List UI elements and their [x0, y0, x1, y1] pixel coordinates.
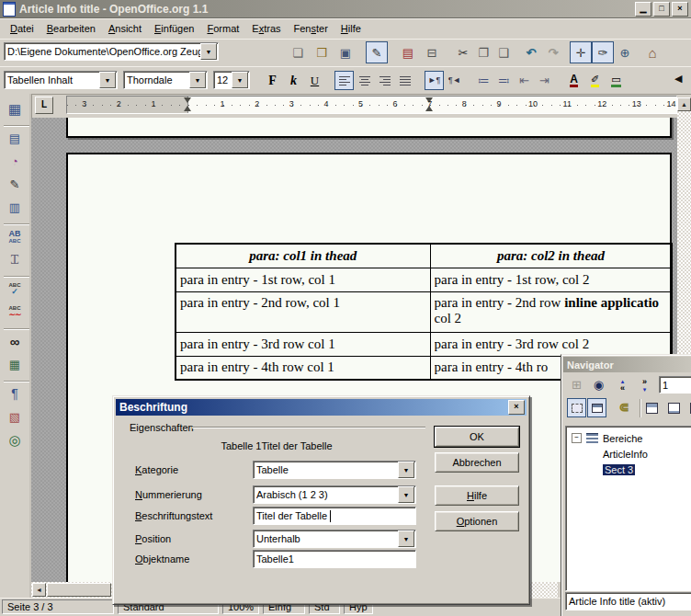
italic-button[interactable]: k [284, 71, 303, 90]
pdf-export-button[interactable]: ▤ [397, 41, 419, 63]
menu-datei[interactable]: Datei [4, 20, 40, 37]
table-cell[interactable]: para in entry - 2nd row inline applicati… [430, 291, 672, 332]
set-reminder-button[interactable]: ⋓ [615, 398, 634, 417]
font-name-combobox[interactable]: Thorndale ▼ [123, 71, 208, 89]
paragraph-style-combobox[interactable]: Tabellen Inhalt ▼ [4, 71, 118, 89]
dropdown-arrow-icon[interactable]: ▼ [398, 530, 414, 547]
navigator-title-bar[interactable]: Navigator [563, 357, 691, 372]
position-combobox[interactable]: Unterhalb ▼ [253, 530, 416, 548]
increase-indent-button[interactable]: ⇥ [535, 71, 554, 90]
close-button[interactable]: × [672, 2, 688, 17]
ruler[interactable]: 3211234567891011121314 [66, 96, 677, 114]
toolbar-collapse-button[interactable]: ◀ [674, 73, 682, 85]
nummerierung-combobox[interactable]: Arabisch (1 2 3) ▼ [253, 485, 416, 504]
document-selector[interactable]: Article Info title (aktiv) [565, 592, 691, 610]
previous-button[interactable]: ▴« [613, 375, 632, 394]
find-replace-button[interactable]: ∞ [4, 330, 26, 352]
dropdown-arrow-icon[interactable]: ▼ [398, 462, 414, 478]
align-justify-button[interactable] [395, 71, 414, 90]
collapse-icon[interactable]: − [572, 433, 582, 443]
table-cell[interactable]: para in entry - 3rd row col 2 [430, 332, 672, 356]
anchor-text-toggle-button[interactable] [686, 398, 691, 417]
background-color-button[interactable]: ▭ [606, 71, 626, 90]
redo-button[interactable]: ↷ [542, 41, 564, 63]
draw-functions-button[interactable]: ✎ [4, 173, 26, 195]
scroll-left-button[interactable]: ◄ [32, 583, 46, 597]
menu-hilfe[interactable]: Hilfe [334, 20, 368, 37]
decrease-indent-button[interactable]: ⇤ [515, 71, 534, 90]
table-header-cell[interactable]: para: col1 in thead [176, 244, 430, 268]
new-document-button[interactable]: ❏ [287, 41, 309, 63]
insert-form-button[interactable]: ▥ [4, 196, 26, 218]
align-left-button[interactable] [334, 71, 354, 90]
table-cell[interactable]: para in entry - 2nd row, col 1 [176, 291, 430, 332]
kategorie-combobox[interactable]: Tabelle ▼ [253, 461, 416, 479]
navigator-button[interactable]: ✛ [570, 41, 592, 63]
table-cell[interactable]: para in entry - 1st row, col 2 [430, 268, 672, 291]
align-center-button[interactable] [355, 71, 374, 90]
beschriftungstext-input[interactable]: Titel der Tabelle [253, 507, 416, 525]
table-cell[interactable]: para in entry - 1st row, col 1 [176, 268, 430, 291]
menu-extras[interactable]: Extras [245, 20, 287, 37]
table-cell[interactable]: para in entry - 3rd row col 1 [176, 332, 430, 356]
hyperlink-dialog-button[interactable]: ⊕ [614, 41, 636, 63]
ltr-paragraph-button[interactable]: ►¶ [425, 71, 444, 90]
direct-cursor-button[interactable]: Ɪ [4, 248, 26, 270]
stylist-button[interactable]: ✑ [592, 41, 614, 63]
ok-button[interactable]: OK [435, 427, 519, 447]
dropdown-arrow-icon[interactable]: ▼ [189, 72, 206, 88]
url-combobox[interactable]: D:\Eigene Dokumente\OpenOffice.org Zeugs… [4, 42, 219, 61]
tree-item-sect3[interactable]: Sect 3 [566, 462, 691, 477]
tree-item-bereiche[interactable]: − Bereiche [566, 430, 691, 446]
menu-ansicht[interactable]: Ansicht [102, 20, 148, 37]
print-button[interactable]: ⊟ [421, 41, 443, 63]
dropdown-arrow-icon[interactable]: ▼ [398, 486, 414, 503]
objektname-input[interactable]: Tabelle1 [253, 550, 416, 568]
insert-object-button[interactable]: ◔ [4, 150, 26, 172]
save-button[interactable]: ▣ [334, 41, 357, 63]
bullet-list-button[interactable]: ≕ [494, 71, 514, 90]
online-layout-button[interactable]: ◎ [4, 428, 26, 451]
page-number-spinbox[interactable]: 1 ▲▼ [659, 376, 691, 394]
menu-bearbeiten[interactable]: Bearbeiten [40, 20, 102, 37]
table-header-cell[interactable]: para: col2 in thead [430, 244, 672, 268]
menu-fenster[interactable]: Fenster [288, 20, 334, 37]
align-right-button[interactable] [375, 71, 394, 90]
tree-item-articleinfo[interactable]: ArticleInfo [566, 446, 691, 462]
footer-button[interactable] [664, 398, 684, 417]
graphics-toggle-button[interactable]: ▧ [4, 405, 26, 428]
autotext-button[interactable]: ABABC [4, 225, 26, 247]
menu-format[interactable]: Format [200, 20, 245, 37]
tab-type-selector[interactable]: L [35, 97, 53, 114]
table-cell[interactable]: para in entry - 4th row col 1 [176, 356, 430, 380]
font-size-combobox[interactable]: 12 ▼ [213, 71, 250, 89]
minimize-button[interactable]: ▁ [635, 2, 651, 17]
dropdown-arrow-icon[interactable]: ▼ [200, 43, 217, 60]
abbrechen-button[interactable]: Abbrechen [435, 452, 519, 473]
undo-button[interactable]: ↶ [520, 41, 542, 63]
font-color-button[interactable]: A [564, 71, 583, 90]
menu-einfuegen[interactable]: Einfügen [148, 20, 200, 37]
open-button[interactable]: ❒ [311, 41, 333, 63]
optionen-button[interactable]: Optionen [435, 511, 519, 531]
navigator-list-toggle-button[interactable]: ⊞ [567, 375, 586, 394]
paste-button[interactable]: ❑ [493, 41, 515, 63]
insert-table-button[interactable]: ▦ [4, 97, 26, 120]
nonprinting-characters-button[interactable]: ¶ [4, 382, 26, 405]
underline-button[interactable]: U [305, 71, 324, 90]
copy-button[interactable]: ❐ [472, 41, 494, 63]
dialog-title-bar[interactable]: Beschriftung × [116, 399, 527, 416]
gallery-button[interactable]: ⌂ [641, 41, 663, 63]
dialog-close-button[interactable]: × [508, 400, 525, 415]
content-view-toggle-button[interactable] [567, 398, 586, 417]
drag-mode-button[interactable] [587, 398, 606, 417]
edit-file-button[interactable]: ✎ [366, 41, 388, 63]
maximize-button[interactable]: □ [653, 2, 670, 17]
insert-frame-button[interactable]: ▤ [4, 127, 26, 149]
spellcheck-button[interactable]: ABC✓ [4, 278, 26, 300]
scroll-up-button[interactable]: ▲ [677, 97, 691, 111]
dropdown-arrow-icon[interactable]: ▼ [99, 72, 116, 88]
highlighting-button[interactable]: ✐ [585, 71, 605, 90]
hilfe-button[interactable]: Hilfe [435, 485, 519, 506]
navigation-button[interactable]: ◉ [589, 375, 608, 394]
